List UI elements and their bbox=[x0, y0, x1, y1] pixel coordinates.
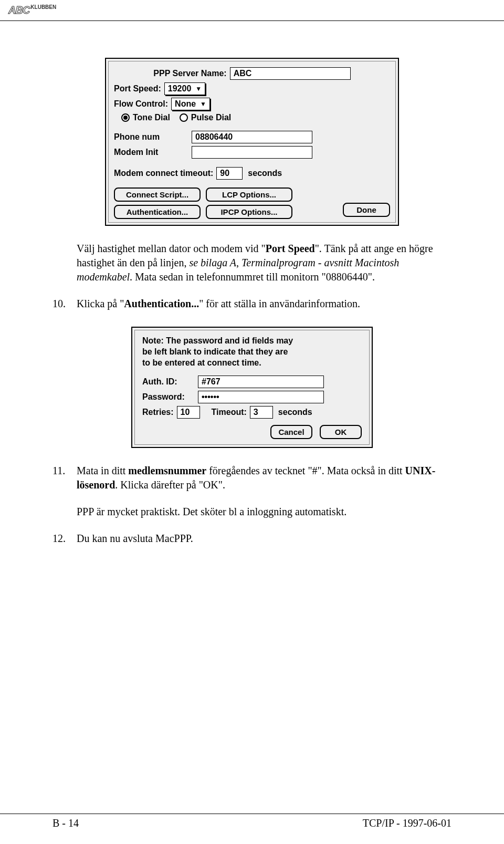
abc-klubben-logo: ABCKLUBBEN bbox=[8, 4, 56, 16]
pulse-dial-radio[interactable]: Pulse Dial bbox=[180, 113, 231, 122]
step-10: 10. Klicka på "Authentication..." för at… bbox=[52, 297, 452, 311]
chevron-down-icon: ▼ bbox=[200, 100, 206, 108]
tone-dial-radio[interactable]: Tone Dial bbox=[121, 113, 170, 122]
chevron-down-icon: ▼ bbox=[195, 85, 202, 92]
retries-input[interactable]: 10 bbox=[177, 406, 200, 419]
phone-num-label: Phone num bbox=[114, 132, 188, 142]
ppp-server-name-input[interactable]: ABC bbox=[230, 67, 351, 80]
timeout-label: Timeout: bbox=[212, 408, 247, 417]
radio-selected-icon bbox=[121, 113, 130, 122]
authentication-button[interactable]: Authentication... bbox=[114, 205, 201, 219]
paragraph-ppp-practical: PPP är mycket praktiskt. Det sköter bl a… bbox=[77, 505, 452, 519]
retries-label: Retries: bbox=[142, 408, 174, 417]
step-11: 11. Mata in ditt medlemsnummer föregåend… bbox=[52, 464, 452, 492]
auth-note: Note: The password and id fields may be … bbox=[142, 336, 362, 368]
paragraph-port-speed: Välj hastighet mellan dator och modem vi… bbox=[77, 242, 452, 284]
auth-id-input[interactable]: #767 bbox=[198, 376, 324, 388]
password-input[interactable]: •••••• bbox=[198, 391, 324, 403]
modem-timeout-label: Modem connect timeout: bbox=[114, 169, 213, 178]
modem-init-label: Modem Init bbox=[114, 148, 188, 157]
footer-title: TCP/IP - 1997-06-01 bbox=[363, 817, 452, 829]
page-number: B - 14 bbox=[52, 817, 79, 829]
radio-unselected-icon bbox=[180, 113, 188, 122]
ppp-config-dialog: PPP Server Name: ABC Port Speed: 19200 ▼… bbox=[105, 58, 399, 226]
ipcp-options-button[interactable]: IPCP Options... bbox=[206, 205, 292, 219]
ppp-server-name-label: PPP Server Name: bbox=[153, 69, 226, 78]
cancel-button[interactable]: Cancel bbox=[270, 425, 312, 439]
authentication-dialog: Note: The password and id fields may be … bbox=[131, 327, 373, 448]
page-header: ABCKLUBBEN bbox=[0, 0, 504, 21]
port-speed-label: Port Speed: bbox=[114, 84, 161, 93]
seconds-label: seconds bbox=[278, 408, 312, 417]
connect-script-button[interactable]: Connect Script... bbox=[114, 187, 201, 202]
ok-button[interactable]: OK bbox=[320, 425, 362, 439]
flow-control-dropdown[interactable]: None ▼ bbox=[171, 98, 210, 110]
done-button[interactable]: Done bbox=[343, 203, 390, 217]
flow-control-label: Flow Control: bbox=[114, 99, 168, 109]
phone-num-input[interactable]: 08806440 bbox=[192, 131, 312, 143]
port-speed-dropdown[interactable]: 19200 ▼ bbox=[164, 82, 205, 95]
auth-id-label: Auth. ID: bbox=[142, 377, 195, 387]
seconds-label: seconds bbox=[248, 169, 282, 178]
password-label: Password: bbox=[142, 392, 195, 402]
step-12: 12. Du kan nu avsluta MacPPP. bbox=[52, 532, 452, 546]
modem-init-input[interactable] bbox=[192, 146, 312, 159]
timeout-input[interactable]: 3 bbox=[250, 406, 273, 419]
modem-timeout-input[interactable]: 90 bbox=[216, 167, 243, 180]
lcp-options-button[interactable]: LCP Options... bbox=[206, 187, 292, 202]
page-footer: B - 14 TCP/IP - 1997-06-01 bbox=[0, 814, 504, 829]
